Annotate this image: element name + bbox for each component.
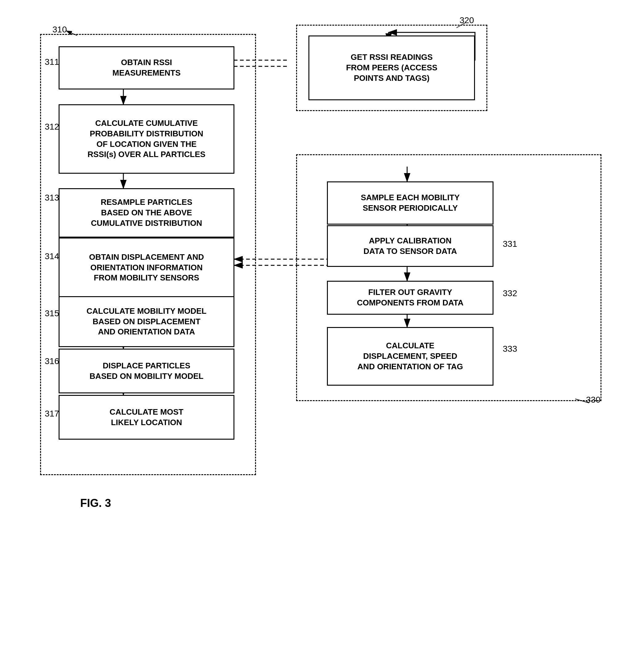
box-332: FILTER OUT GRAVITY COMPONENTS FROM DATA [327, 281, 493, 315]
svg-line-19 [575, 399, 589, 403]
ref-313: 313 [45, 193, 59, 203]
box-313: RESAMPLE PARTICLES BASED ON THE ABOVE CU… [59, 188, 234, 237]
box-sample: SAMPLE EACH MOBILITY SENSOR PERIODICALLY [327, 181, 493, 225]
ref-315: 315 [45, 309, 59, 318]
box-316: DISPLACE PARTICLES BASED ON MOBILITY MOD… [59, 349, 234, 393]
svg-line-18 [457, 23, 466, 28]
box-320: GET RSSI READINGS FROM PEERS (ACCESS POI… [308, 36, 475, 100]
box-317: CALCULATE MOST LIKELY LOCATION [59, 395, 234, 440]
ref-332: 332 [503, 289, 517, 298]
ref-311: 311 [45, 57, 59, 67]
ref-331: 331 [503, 239, 517, 249]
box-315: CALCULATE MOBILITY MODEL BASED ON DISPLA… [59, 296, 234, 347]
box-331: APPLY CALIBRATION DATA TO SENSOR DATA [327, 225, 493, 267]
ref-312: 312 [45, 122, 59, 132]
ref-333: 333 [503, 344, 517, 354]
box-312: CALCULATE CUMULATIVE PROBABILITY DISTRIB… [59, 104, 234, 174]
ref-314: 314 [45, 251, 59, 261]
ref-316: 316 [45, 356, 59, 366]
diagram-container: 310 311 OBTAIN RSSI MEASUREMENTS 312 CAL… [19, 12, 629, 642]
fig-label: FIG. 3 [80, 497, 111, 510]
box-311: OBTAIN RSSI MEASUREMENTS [59, 46, 234, 89]
ref-317: 317 [45, 409, 59, 419]
svg-line-17 [66, 31, 77, 36]
box-333: CALCULATE DISPLACEMENT, SPEED AND ORIENT… [327, 327, 493, 386]
box-314: OBTAIN DISPLACEMENT AND ORIENTATION INFO… [59, 237, 234, 298]
